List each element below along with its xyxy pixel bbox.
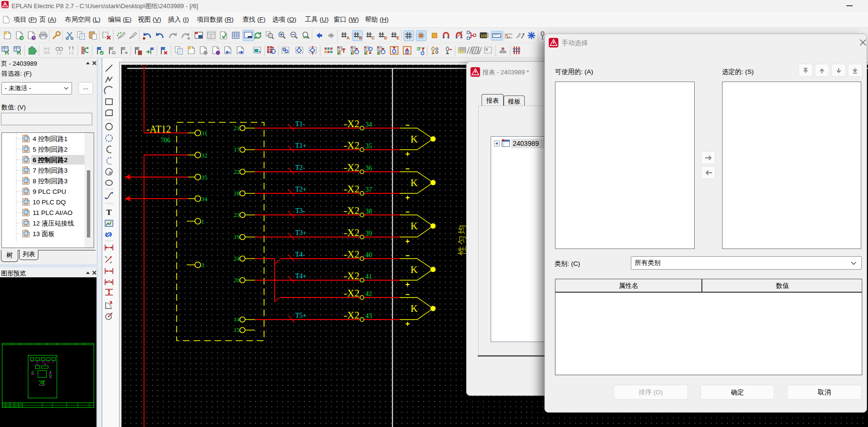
svg-text:7 控制回路3: 7 控制回路3 — [33, 167, 68, 174]
svg-text:K: K — [410, 220, 418, 232]
svg-text:10 PLC DQ: 10 PLC DQ — [33, 199, 66, 206]
svg-text:B: B — [359, 36, 362, 40]
svg-text:40: 40 — [365, 251, 372, 259]
svg-text:A: A — [347, 36, 350, 40]
svg-text:K: K — [410, 264, 418, 275]
svg-text:5 控制回路2: 5 控制回路2 — [33, 146, 68, 153]
svg-text:39: 39 — [365, 230, 372, 237]
svg-text:100: 100 — [303, 36, 308, 39]
svg-text:17: 17 — [234, 146, 240, 153]
svg-text:31: 31 — [201, 130, 207, 137]
svg-text:21: 21 — [234, 125, 240, 131]
svg-text:13 面板: 13 面板 — [33, 230, 55, 237]
svg-text:22: 22 — [234, 168, 240, 175]
svg-text:38: 38 — [365, 208, 372, 215]
svg-text:37: 37 — [365, 186, 372, 193]
svg-text:T4-: T4- — [295, 251, 305, 258]
svg-text:-X2: -X2 — [344, 249, 360, 260]
svg-text:41: 41 — [365, 273, 372, 280]
svg-text:K: K — [410, 133, 418, 145]
svg-text:-X2: -X2 — [344, 287, 360, 299]
svg-text:-X2: -X2 — [344, 140, 360, 151]
svg-text:42: 42 — [365, 290, 372, 297]
svg-text:T: T — [106, 208, 112, 217]
svg-text:-X2: -X2 — [344, 183, 360, 195]
svg-text:T4+: T4+ — [295, 273, 307, 280]
svg-text:1 2: 1 2 — [57, 51, 61, 55]
svg-text:1 2: 1 2 — [69, 51, 73, 55]
svg-text:24: 24 — [234, 255, 240, 262]
svg-text:123: 123 — [44, 50, 50, 55]
svg-text:36: 36 — [365, 165, 372, 172]
svg-text:T3-: T3- — [295, 207, 305, 214]
svg-text:-X2: -X2 — [344, 309, 360, 321]
svg-text:T3+: T3+ — [295, 229, 307, 237]
svg-text:匀: 匀 — [457, 236, 467, 245]
svg-text:14: 14 — [234, 316, 240, 323]
svg-text:18: 18 — [234, 190, 240, 197]
svg-text:K: K — [410, 303, 418, 314]
svg-text:K: K — [410, 177, 418, 189]
svg-text:T1-: T1- — [295, 120, 305, 128]
svg-text:23: 23 — [234, 212, 240, 218]
svg-text:11 PLC AI/AO: 11 PLC AI/AO — [33, 209, 72, 216]
svg-text:43: 43 — [365, 312, 372, 320]
svg-text:性: 性 — [457, 246, 467, 256]
svg-text:T2-: T2- — [295, 164, 305, 171]
svg-text:-X2: -X2 — [344, 227, 360, 238]
svg-text:均: 均 — [457, 225, 467, 235]
svg-text:D: D — [384, 36, 387, 40]
svg-text:-X2: -X2 — [344, 270, 360, 282]
svg-text:32: 32 — [201, 152, 207, 159]
svg-text:35: 35 — [365, 142, 372, 150]
svg-text:12 液压站接线: 12 液压站接线 — [33, 220, 74, 227]
svg-text:19: 19 — [234, 234, 240, 240]
svg-text:6 控制回路2: 6 控制回路2 — [33, 156, 68, 164]
svg-text:706: 706 — [160, 137, 170, 144]
svg-text:C: C — [372, 36, 374, 40]
svg-text:-X2: -X2 — [344, 118, 360, 130]
svg-text:8 控制回路3: 8 控制回路3 — [33, 178, 68, 185]
svg-text:20: 20 — [234, 277, 240, 284]
svg-text:3: 3 — [201, 261, 205, 269]
svg-text:-X2: -X2 — [344, 162, 360, 173]
svg-text:123: 123 — [481, 34, 486, 37]
svg-text:1: 1 — [201, 218, 205, 225]
svg-text:34: 34 — [365, 121, 372, 128]
svg-text:15: 15 — [234, 327, 240, 333]
svg-text:T1+: T1+ — [295, 142, 307, 149]
svg-text:4 控制回路1: 4 控制回路1 — [33, 135, 68, 142]
svg-text:T2+: T2+ — [295, 186, 307, 193]
svg-text:-X2: -X2 — [344, 205, 360, 216]
svg-text:9 PLC CPU: 9 PLC CPU — [33, 188, 66, 195]
svg-text:35: 35 — [201, 174, 207, 181]
svg-text:T5+: T5+ — [295, 312, 307, 319]
svg-text:E: E — [397, 36, 399, 40]
svg-text:34: 34 — [201, 195, 208, 202]
